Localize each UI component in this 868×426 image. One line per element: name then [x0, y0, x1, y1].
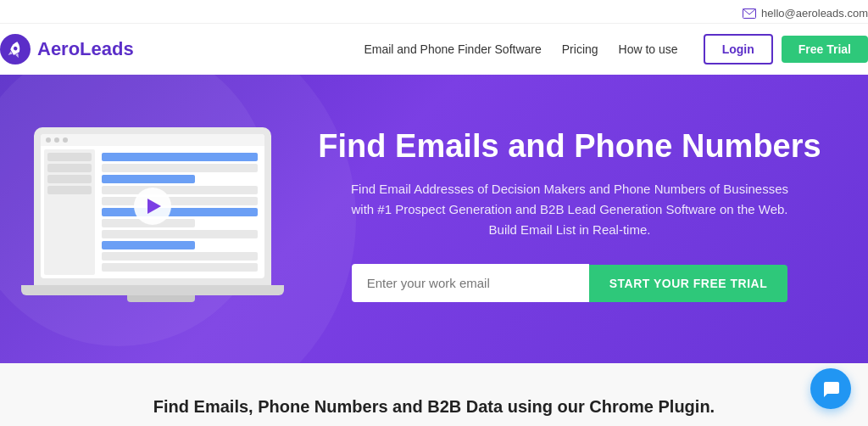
nav-item-pricing[interactable]: Pricing — [562, 42, 598, 56]
screen-header — [41, 134, 264, 146]
top-bar: hello@aeroleads.com — [0, 0, 868, 24]
rocket-icon — [0, 34, 31, 64]
screen-main — [98, 149, 261, 275]
screen-row-1 — [102, 153, 258, 161]
contact-email: hello@aeroleads.com — [761, 7, 868, 20]
screen-row-8 — [102, 230, 258, 238]
chat-icon — [821, 378, 841, 399]
screen-row-4 — [102, 186, 258, 194]
bottom-title: Find Emails, Phone Numbers and B2B Data … — [68, 397, 800, 417]
header: hello@aeroleads.com AeroLeads Email and … — [0, 0, 868, 75]
play-icon — [147, 199, 161, 214]
email-icon — [743, 8, 756, 19]
nav-buttons: Login Free Trial — [704, 34, 868, 64]
hero-content: Find Emails and Phone Numbers Find Email… — [288, 127, 834, 303]
hero-title: Find Emails and Phone Numbers — [305, 127, 834, 166]
sidebar-item-4 — [47, 186, 92, 194]
hero-subtitle: Find Email Addresses of Decision Makers … — [349, 179, 790, 240]
hero-section: Find Emails and Phone Numbers Find Email… — [0, 75, 868, 363]
login-button[interactable]: Login — [704, 34, 773, 64]
sidebar-item-2 — [47, 164, 92, 172]
screen-dot-1 — [46, 137, 51, 143]
screen-row-5 — [102, 197, 258, 205]
screen-row-10 — [102, 252, 258, 261]
nav-item-software[interactable]: Email and Phone Finder Software — [364, 42, 541, 56]
play-button[interactable] — [134, 188, 171, 225]
sidebar-item-3 — [47, 175, 92, 183]
start-trial-button[interactable]: START YOUR FREE TRIAL — [589, 265, 788, 302]
free-trial-button[interactable]: Free Trial — [782, 36, 868, 63]
logo-area[interactable]: AeroLeads — [0, 34, 134, 64]
screen-row-11 — [102, 263, 258, 272]
sidebar-item-1 — [47, 153, 92, 161]
top-bar-email-area: hello@aeroleads.com — [743, 7, 868, 20]
laptop-stand — [127, 295, 195, 302]
hero-cta: START YOUR FREE TRIAL — [305, 264, 834, 302]
nav-bar: AeroLeads Email and Phone Finder Softwar… — [0, 24, 868, 75]
screen-row-9 — [102, 241, 195, 249]
screen-dot-3 — [63, 137, 68, 143]
screen-row-2 — [102, 164, 258, 172]
bottom-section: Find Emails, Phone Numbers and B2B Data … — [0, 363, 868, 426]
laptop-screen-container — [34, 127, 271, 285]
screen-row-3 — [102, 175, 195, 183]
email-input[interactable] — [352, 264, 589, 302]
screen-row-6 — [102, 208, 258, 216]
hero-laptop-mockup — [34, 127, 288, 302]
screen-sidebar — [44, 149, 95, 275]
laptop-base — [21, 285, 284, 295]
nav-item-how-to-use[interactable]: How to use — [619, 42, 678, 56]
logo-text: AeroLeads — [37, 38, 134, 60]
screen-dot-2 — [54, 137, 59, 143]
chat-bubble-button[interactable] — [810, 368, 851, 409]
nav-links: Email and Phone Finder Software Pricing … — [364, 42, 677, 56]
